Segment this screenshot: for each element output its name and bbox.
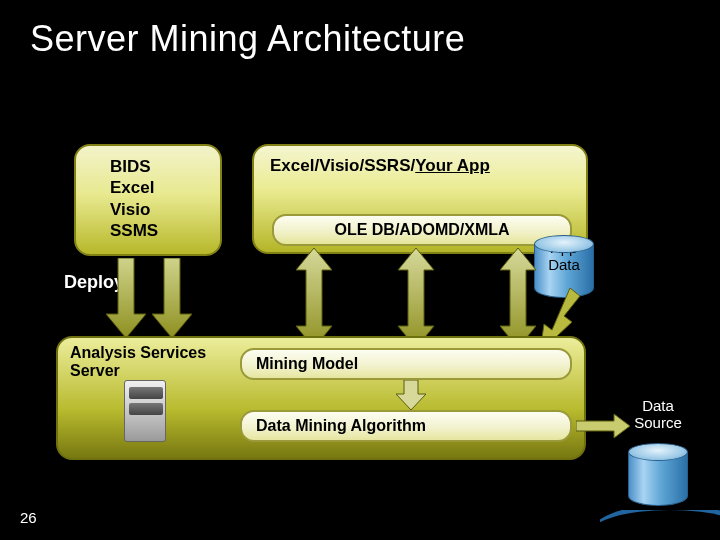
tools-box: BIDS Excel Visio SSMS <box>74 144 222 256</box>
decorative-swoosh-icon <box>600 510 720 540</box>
tools-line: SSMS <box>110 220 220 241</box>
data-source-cylinder-icon: DataSource <box>628 400 688 506</box>
mining-to-algo-arrow-icon <box>396 380 426 410</box>
tools-line: BIDS <box>110 156 220 177</box>
deploy-arrow-icon <box>152 258 192 338</box>
tools-line: Visio <box>110 199 220 220</box>
bidir-arrow-icon <box>398 248 434 348</box>
bidir-arrow-icon <box>296 248 332 348</box>
tools-line: Excel <box>110 177 220 198</box>
deploy-arrow-icon <box>106 258 146 338</box>
diagram-canvas: BIDS Excel Visio SSMS Excel/Visio/SSRS/Y… <box>0 0 720 540</box>
client-apps-yourapp: Your App <box>415 156 490 175</box>
client-apps-prefix: Excel/Visio/SSRS/ <box>270 156 415 175</box>
data-mining-algorithm-bar: Data Mining Algorithm <box>240 410 572 442</box>
data-source-label: DataSource <box>618 398 698 431</box>
server-tower-icon <box>124 380 184 452</box>
slide-number: 26 <box>20 509 37 526</box>
mining-model-bar: Mining Model <box>240 348 572 380</box>
